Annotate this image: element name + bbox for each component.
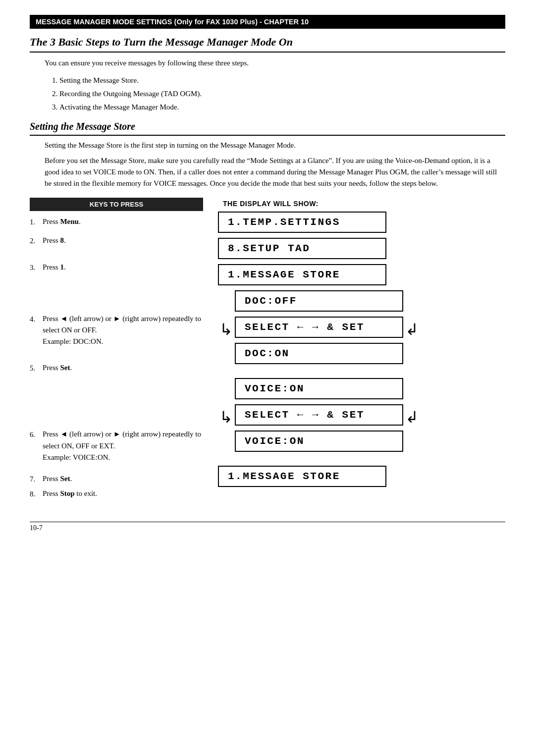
display-temp-settings: 1.TEMP.SETTINGS: [218, 212, 386, 233]
step-5-text: Press Set.: [43, 362, 203, 374]
step-4: 4. Press ◄ (left arrow) or ► (right arro…: [30, 313, 203, 348]
col-right: THE DISPLAY WILL SHOW: 1.TEMP.SETTINGS 8…: [213, 198, 505, 507]
step-8-text: Press Stop to exit.: [43, 488, 203, 499]
intro-text: You can ensure you receive messages by f…: [45, 57, 505, 69]
display-doc-on: DOC:ON: [235, 343, 403, 364]
body-para-1: Setting the Message Store is the first s…: [45, 140, 505, 151]
step-list: 1. Press Menu. 2. Press 8. 3. Press 1. 4…: [30, 216, 203, 500]
left-curve-arrow-1: ↳: [219, 322, 233, 337]
step-4-num: 4.: [30, 313, 41, 325]
page: MESSAGE MANAGER MODE SETTINGS (Only for …: [0, 0, 535, 756]
display-voice-on-2: VOICE:ON: [235, 431, 403, 452]
intro-step-3: Activating the Message Manager Mode.: [59, 101, 505, 114]
display-message-store-2: 1.MESSAGE STORE: [218, 466, 386, 487]
display-message-store-1: 1.MESSAGE STORE: [218, 264, 386, 285]
step-3: 3. Press 1.: [30, 262, 203, 273]
two-col-layout: KEYS TO PRESS 1. Press Menu. 2. Press 8.…: [30, 198, 505, 507]
step-3-text: Press 1.: [43, 262, 203, 273]
step-1: 1. Press Menu.: [30, 216, 203, 228]
step-6: 6. Press ◄ (left arrow) or ► (right arro…: [30, 429, 203, 463]
step-8-num: 8.: [30, 488, 41, 500]
intro-step-2: Recording the Outgoing Message (TAD OGM)…: [59, 87, 505, 101]
display-select-set-1: SELECT ← → & SET: [235, 317, 403, 338]
display-setup-tad: 8.SETUP TAD: [218, 238, 386, 259]
step-2: 2. Press 8.: [30, 235, 203, 247]
voice-select-group: VOICE:ON SELECT ← → & SET VOICE:ON: [235, 378, 403, 457]
step-1-text: Press Menu.: [43, 216, 203, 227]
step-8: 8. Press Stop to exit.: [30, 488, 203, 500]
intro-step-1: Setting the Message Store.: [59, 74, 505, 87]
header-bar: MESSAGE MANAGER MODE SETTINGS (Only for …: [30, 15, 505, 29]
step-7-num: 7.: [30, 473, 41, 485]
display-voice-on-1: VOICE:ON: [235, 378, 403, 399]
display-select-set-2: SELECT ← → & SET: [235, 404, 403, 426]
main-title: The 3 Basic Steps to Turn the Message Ma…: [30, 36, 505, 53]
header-bar-text: MESSAGE MANAGER MODE SETTINGS (Only for …: [36, 18, 309, 26]
step-4-text: Press ◄ (left arrow) or ► (right arrow) …: [43, 313, 203, 348]
step-7: 7. Press Set.: [30, 473, 203, 485]
step-2-num: 2.: [30, 235, 41, 247]
display-boxes-container: 1.TEMP.SETTINGS 8.SETUP TAD 1.MESSAGE ST…: [218, 212, 420, 492]
col-header-right: THE DISPLAY WILL SHOW:: [218, 198, 319, 212]
body-para-2: Before you set the Message Store, make s…: [45, 155, 505, 190]
col-left: KEYS TO PRESS 1. Press Menu. 2. Press 8.…: [30, 198, 213, 507]
footer-page: 10-7: [30, 524, 505, 532]
step-5-num: 5.: [30, 362, 41, 374]
step-6-num: 6.: [30, 429, 41, 440]
step-2-text: Press 8.: [43, 235, 203, 246]
right-curve-arrow-2: ↳: [405, 409, 419, 425]
right-curve-arrow-1: ↳: [405, 322, 419, 337]
step-3-num: 3.: [30, 262, 41, 273]
left-curve-arrow-2: ↳: [219, 409, 233, 425]
doc-group-with-arrows: ↳ DOC:OFF SELECT ← → & SET DOC:ON ↳: [218, 290, 420, 369]
doc-select-group: DOC:OFF SELECT ← → & SET DOC:ON: [235, 290, 403, 369]
step-1-num: 1.: [30, 216, 41, 228]
section-title: Setting the Message Store: [30, 121, 505, 136]
intro-steps-list: Setting the Message Store. Recording the…: [59, 74, 505, 114]
step-6-text: Press ◄ (left arrow) or ► (right arrow) …: [43, 429, 203, 463]
voice-group-with-arrows: ↳ VOICE:ON SELECT ← → & SET VOICE:ON ↳: [218, 378, 420, 457]
footer-rule: [30, 522, 505, 522]
step-5: 5. Press Set.: [30, 362, 203, 374]
display-doc-off: DOC:OFF: [235, 290, 403, 312]
step-7-text: Press Set.: [43, 473, 203, 485]
col-header-left: KEYS TO PRESS: [30, 198, 203, 211]
